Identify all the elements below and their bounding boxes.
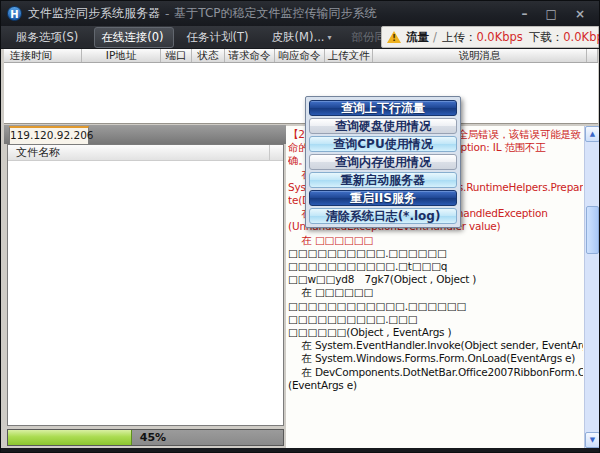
minimize-button[interactable]: – [522, 7, 528, 21]
context-menu: 查询上下行流量查询硬盘使用情况查询CPU使用情况查询内存使用情况重新启动服务器重… [305, 96, 461, 228]
log-line: □□□□□□□□□□.□□□□□□ [288, 247, 583, 260]
download-label: 下载： [529, 30, 564, 45]
column-header[interactable]: IP地址 [82, 49, 161, 62]
log-line: 在 System.EventHandler.Invoke(Object send… [288, 339, 583, 352]
scroll-up-button[interactable]: ▲ [585, 126, 600, 142]
column-header[interactable] [587, 49, 598, 62]
menubar-item-label: 服务选项(S) [16, 30, 78, 45]
scrollbar[interactable]: ▲ ▼ [584, 126, 599, 448]
traffic-panel: ! 流量 / 上传： 0.0Kbps 下载： 0.0Kbps [381, 26, 599, 48]
maximize-button[interactable]: □ [546, 7, 557, 21]
log-line: (EventArgs e) [288, 379, 583, 392]
context-menu-item[interactable]: 重启IIS服务 [309, 190, 457, 206]
window-subtitle: 基于TCP的稳定文件监控传输同步系统 [174, 5, 376, 22]
file-name-column-header[interactable]: 文件名称 [8, 145, 269, 160]
column-header[interactable]: 上传文件 [325, 49, 373, 62]
column-header[interactable]: 说明消息 [373, 49, 587, 62]
file-list[interactable]: 文件名称 [7, 144, 284, 426]
column-header[interactable]: 端口 [161, 49, 192, 62]
menubar-item[interactable]: 任务计划(T) [180, 27, 259, 48]
log-line: 在 □□□□□□ [288, 234, 583, 247]
log-line: □□□□□□□□□□.□□□ [288, 313, 583, 326]
log-line: 在 System.Windows.Forms.Form.OnLoad(Event… [288, 352, 583, 365]
column-header[interactable]: 响应命令 [275, 49, 325, 62]
scroll-thumb[interactable] [586, 206, 599, 254]
upload-label: 上传： [442, 30, 477, 45]
menubar-item-label: 在线连接(0) [101, 30, 163, 45]
title-separator: - [165, 7, 169, 21]
progress-fill [8, 430, 132, 445]
file-list-header-endcell [269, 145, 283, 160]
close-button[interactable]: × [575, 7, 585, 21]
chevron-down-icon: ▾ [327, 33, 331, 42]
log-line: □□□□□□□□□□□.□t□□□q [288, 260, 583, 273]
client-tab[interactable]: 119.120.92.206 [9, 126, 89, 144]
log-line: 在 □□□□□□ [288, 286, 583, 299]
bottom-frame [1, 448, 600, 453]
app-window: H 文件监控同步系统服务器 - 基于TCP的稳定文件监控传输同步系统 – □ ×… [0, 0, 600, 453]
progress-label: 45% [140, 430, 166, 445]
context-menu-item[interactable]: 查询上下行流量 [309, 100, 457, 116]
connection-table-header: 连接时间IP地址端口状态请求命令响应命令上传文件说明消息 [4, 49, 598, 63]
column-header[interactable]: 状态 [192, 49, 225, 62]
column-header[interactable]: 连接时间 [4, 49, 82, 62]
warning-icon: ! [387, 31, 401, 43]
progress-bar: 45% [7, 429, 284, 446]
context-menu-item[interactable]: 清除系统日志(*.log) [309, 208, 457, 224]
menubar-item-label: 任务计划(T) [187, 30, 249, 45]
window-controls: – □ × [522, 7, 585, 21]
menubar-item[interactable]: 皮肤(M)... ▾ [265, 27, 339, 48]
log-line: 在 DevComponents.DotNetBar.Office2007Ribb… [288, 366, 583, 379]
log-line: □□□□□□(Object , EventArgs ) [288, 326, 583, 339]
upload-value: 0.0Kbps [476, 30, 522, 44]
context-menu-item[interactable]: 查询CPU使用情况 [309, 136, 457, 152]
menubar-item[interactable]: 在线连接(0) [94, 27, 173, 48]
file-list-header[interactable]: 文件名称 [8, 145, 283, 161]
traffic-divider: / [433, 30, 437, 44]
context-menu-item[interactable]: 查询内存使用情况 [309, 154, 457, 170]
log-line: □□w□□yd8 7gk7(Object , Object ) [288, 273, 583, 286]
connection-table-body[interactable] [4, 63, 598, 124]
menubar-item[interactable]: 服务选项(S) [9, 27, 88, 48]
traffic-label: 流量 [406, 30, 429, 45]
column-header[interactable]: 请求命令 [225, 49, 275, 62]
context-menu-item[interactable]: 重新启动服务器 [309, 172, 457, 188]
scroll-down-button[interactable]: ▼ [585, 432, 600, 448]
app-icon: H [7, 6, 22, 21]
log-line: □□□□□□□□□□□□.□□□□□□ [288, 300, 583, 313]
titlebar: H 文件监控同步系统服务器 - 基于TCP的稳定文件监控传输同步系统 – □ × [1, 1, 600, 26]
context-menu-item[interactable]: 查询硬盘使用情况 [309, 118, 457, 134]
window-title: 文件监控同步系统服务器 [28, 5, 160, 22]
download-value: 0.0Kbps [563, 30, 600, 44]
menubar-item-label: 皮肤(M)... [272, 30, 325, 45]
